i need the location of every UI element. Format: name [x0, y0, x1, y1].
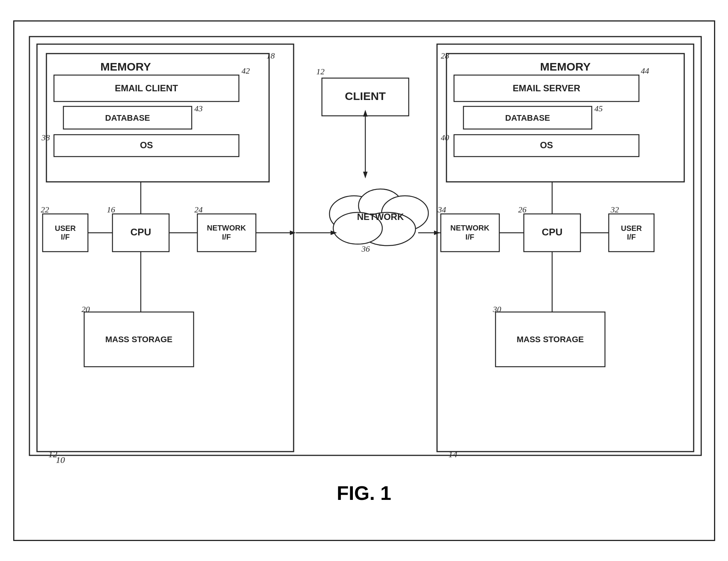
svg-rect-23	[197, 214, 256, 252]
svg-text:OS: OS	[140, 140, 153, 150]
svg-rect-33	[84, 312, 194, 367]
svg-text:28: 28	[441, 51, 449, 60]
svg-text:USER: USER	[55, 224, 76, 232]
svg-text:MASS STORAGE: MASS STORAGE	[105, 335, 172, 344]
svg-text:18: 18	[266, 51, 275, 60]
svg-marker-73	[363, 172, 368, 178]
svg-rect-20	[112, 214, 169, 252]
svg-text:20: 20	[82, 304, 90, 314]
svg-point-79	[333, 212, 382, 244]
svg-point-76	[359, 189, 402, 222]
svg-text:NETWORK: NETWORK	[450, 224, 489, 232]
svg-text:30: 30	[493, 304, 501, 314]
svg-point-78	[359, 212, 416, 246]
svg-rect-36	[437, 44, 694, 452]
svg-text:OS: OS	[540, 140, 553, 150]
svg-text:USER: USER	[621, 224, 642, 232]
svg-text:14: 14	[448, 449, 457, 459]
svg-text:EMAIL SERVER: EMAIL SERVER	[513, 83, 580, 93]
svg-rect-66	[496, 312, 605, 367]
svg-rect-44	[463, 106, 592, 129]
svg-rect-38	[446, 54, 684, 182]
svg-point-77	[382, 196, 428, 231]
svg-rect-41	[454, 75, 639, 101]
svg-rect-13	[54, 135, 239, 157]
svg-text:16: 16	[107, 205, 115, 214]
svg-text:CLIENT: CLIENT	[345, 90, 385, 102]
svg-rect-10	[63, 106, 192, 129]
svg-rect-0	[29, 37, 701, 455]
svg-text:32: 32	[610, 205, 619, 214]
svg-text:43: 43	[194, 104, 203, 113]
svg-text:EMAIL CLIENT: EMAIL CLIENT	[115, 83, 178, 93]
svg-rect-16	[43, 214, 88, 252]
svg-text:24: 24	[194, 205, 203, 214]
svg-point-75	[329, 196, 379, 232]
svg-rect-2	[37, 44, 294, 452]
page-container: 10 12 MEMORY 18 EMAIL CLIENT 42 DATABASE…	[13, 20, 715, 541]
svg-text:MASS STORAGE: MASS STORAGE	[516, 335, 583, 344]
svg-text:CPU: CPU	[542, 226, 562, 238]
svg-text:22: 22	[41, 205, 49, 214]
svg-text:40: 40	[441, 133, 449, 142]
svg-text:I/F: I/F	[222, 233, 231, 241]
svg-rect-4	[46, 54, 269, 182]
svg-text:44: 44	[641, 66, 649, 75]
svg-text:DATABASE: DATABASE	[105, 113, 150, 123]
svg-marker-74	[363, 110, 368, 117]
svg-text:MEMORY: MEMORY	[100, 60, 151, 73]
svg-text:NETWORK: NETWORK	[357, 212, 404, 222]
svg-rect-47	[454, 135, 639, 157]
svg-text:34: 34	[437, 205, 446, 214]
svg-marker-85	[434, 231, 440, 235]
svg-text:I/F: I/F	[627, 233, 636, 241]
svg-text:26: 26	[518, 205, 526, 214]
svg-text:NETWORK: NETWORK	[207, 224, 246, 232]
svg-text:38: 38	[41, 133, 50, 142]
svg-text:45: 45	[594, 104, 603, 113]
svg-text:12: 12	[48, 449, 57, 459]
svg-text:I/F: I/F	[465, 233, 474, 241]
svg-text:12: 12	[316, 67, 325, 76]
main-diagram: 10 12 MEMORY 18 EMAIL CLIENT 42 DATABASE…	[26, 33, 705, 478]
svg-rect-57	[609, 214, 654, 252]
svg-marker-83	[331, 231, 337, 235]
svg-text:MEMORY: MEMORY	[540, 60, 591, 73]
svg-rect-50	[441, 214, 499, 252]
svg-text:42: 42	[242, 66, 250, 75]
svg-rect-69	[322, 78, 409, 116]
svg-text:36: 36	[361, 244, 370, 254]
svg-text:I/F: I/F	[61, 233, 69, 241]
svg-text:DATABASE: DATABASE	[505, 113, 550, 123]
svg-marker-30	[290, 231, 296, 235]
svg-rect-54	[524, 214, 580, 252]
svg-text:10: 10	[56, 455, 65, 465]
figure-label: FIG. 1	[26, 482, 703, 504]
svg-rect-7	[54, 75, 239, 101]
svg-text:CPU: CPU	[130, 226, 151, 238]
